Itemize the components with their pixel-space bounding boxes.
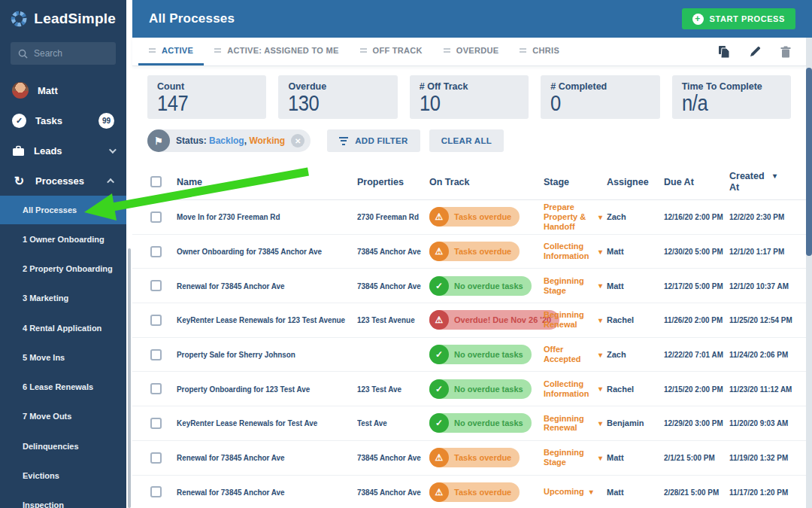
on-track-badge: ⚠Tasks overdue [429, 482, 520, 502]
cell-assignee: Rachel [607, 385, 664, 394]
cell-due-at: 12/30/20 5:00 PM [664, 247, 729, 256]
column-header-stage[interactable]: Stage [544, 177, 607, 187]
column-header-on-track[interactable]: On Track [429, 177, 544, 187]
sidebar-item-3-marketing[interactable]: 3 Marketing [0, 284, 126, 313]
cell-assignee: Zach [607, 350, 664, 359]
stage-dropdown[interactable]: Upcoming▾ [544, 487, 607, 497]
trash-icon[interactable] [780, 46, 791, 58]
sidebar-scrollbar-thumb[interactable] [128, 248, 131, 508]
sidebar-item-6-lease-renewals[interactable]: 6 Lease Renewals [0, 372, 126, 401]
logo-text: LeadSimple [34, 11, 116, 27]
property-name: 73845 Anchor Ave [357, 247, 421, 256]
stage-caret-icon: ▾ [598, 454, 602, 462]
clear-all-button[interactable]: CLEAR ALL [429, 129, 504, 152]
stage-caret-icon: ▾ [598, 316, 602, 324]
sidebar-item-7-move-outs[interactable]: 7 Move Outs [0, 402, 126, 431]
sidebar-item-label: 3 Marketing [23, 294, 68, 303]
stage-dropdown[interactable]: Beginning Renewal▾ [544, 414, 607, 433]
sidebar-item-1-owner-onboarding[interactable]: 1 Owner Onboarding [0, 224, 126, 254]
table-row[interactable]: Property Onboarding for 123 Test Ave123 … [132, 372, 806, 406]
table-header-row: NamePropertiesOn TrackStageAssigneeDue A… [132, 164, 806, 200]
column-header-assignee[interactable]: Assignee [607, 177, 664, 187]
due-at-value: 2/1/21 5:00 PM [664, 453, 715, 462]
row-checkbox[interactable] [150, 383, 162, 394]
search-input[interactable]: Search [11, 42, 116, 65]
tab-overdue[interactable]: OVERDUE [433, 38, 510, 65]
table-row[interactable]: KeyRenter Lease Renewals for Test AveTes… [132, 406, 806, 441]
main-scrollbar-thumb[interactable] [806, 68, 812, 256]
sidebar-item-processes[interactable]: ↻ Processes [0, 166, 126, 196]
row-checkbox[interactable] [150, 418, 162, 429]
table-row[interactable]: Renewal for 73845 Anchor Ave73845 Anchor… [132, 441, 806, 476]
stage-dropdown[interactable]: Offer Accepted▾ [544, 345, 607, 364]
sidebar-item-2-property-onboarding[interactable]: 2 Property Onboarding [0, 254, 126, 283]
due-at-value: 12/30/20 5:00 PM [664, 247, 723, 256]
select-all-checkbox[interactable] [150, 176, 162, 187]
row-checkbox[interactable] [150, 280, 162, 291]
sidebar-item-tasks[interactable]: ✓ Tasks 99 [0, 105, 126, 135]
on-track-label: Tasks overdue [454, 488, 511, 497]
edit-pencil-icon[interactable] [750, 46, 761, 57]
stage-dropdown[interactable]: Beginning Stage▾ [544, 448, 607, 467]
table-row[interactable]: Renewal for 73845 Anchor Ave73845 Anchor… [132, 476, 806, 508]
sidebar-item-5-move-ins[interactable]: 5 Move Ins [0, 342, 126, 372]
sidebar-item-leads[interactable]: Leads [0, 135, 126, 166]
stage-dropdown[interactable]: Beginning Renewal▾ [544, 310, 607, 330]
table-row[interactable]: KeyRenter Lease Renewals for 123 Test Av… [132, 303, 806, 338]
stage-label: Beginning Renewal [544, 414, 593, 433]
remove-filter-icon[interactable]: ✕ [291, 134, 304, 148]
copy-icon[interactable] [718, 45, 730, 58]
add-filter-button[interactable]: ADD FILTER [327, 129, 420, 152]
tab-active[interactable]: ACTIVE [138, 38, 204, 65]
column-header-label: Created At [729, 171, 770, 193]
sidebar-item-evictions[interactable]: Evictions [0, 461, 126, 490]
on-track-badge: ⚠Tasks overdue [429, 448, 520, 467]
stage-dropdown[interactable]: Prepare Property & Handoff▾ [544, 202, 607, 232]
table-row[interactable]: Owner Onboarding for 73845 Anchor Ave738… [132, 235, 806, 269]
property-name: 123 Test Ave [357, 385, 401, 394]
cell-created-at: 11/17/20 1:20 PM [729, 488, 800, 497]
stage-caret-icon: ▾ [598, 385, 602, 393]
stage-label: Prepare Property & Handoff [544, 202, 593, 232]
cell-assignee: Matt [607, 488, 664, 497]
column-header-created-at[interactable]: Created At▾ [729, 171, 800, 193]
logo[interactable]: LeadSimple [0, 0, 126, 38]
start-process-button[interactable]: + START PROCESS [682, 8, 796, 29]
column-header-name[interactable]: Name [177, 177, 357, 187]
sidebar-item-all-processes[interactable]: All Processes [0, 196, 126, 224]
leadsimple-logo-icon [11, 9, 27, 29]
column-header-due-at[interactable]: Due At [664, 177, 729, 187]
stat-label: # Completed [550, 81, 650, 92]
cell-created-at: 11/20/20 9:03 AM [729, 418, 800, 427]
filter-row: ⚑ Status: Backlog, Working ✕ ADD FILTER … [132, 119, 806, 152]
cell-name: Renewal for 73845 Anchor Ave [177, 453, 357, 462]
table-row[interactable]: Property Sale for Sherry Johnson✓No over… [132, 338, 806, 373]
row-checkbox[interactable] [150, 315, 162, 326]
column-header-properties[interactable]: Properties [357, 177, 429, 187]
stage-dropdown[interactable]: Collecting Information▾ [544, 379, 607, 399]
sidebar-item-inspection[interactable]: Inspection [0, 491, 126, 508]
tab-chris[interactable]: CHRIS [509, 38, 570, 65]
row-checkbox[interactable] [150, 211, 162, 223]
stage-dropdown[interactable]: Beginning Stage▾ [544, 276, 607, 296]
table-row[interactable]: Move In for 2730 Freeman Rd2730 Freeman … [132, 200, 806, 235]
table-row[interactable]: Renewal for 73845 Anchor Ave73845 Anchor… [132, 269, 806, 303]
stage-dropdown[interactable]: Collecting Information▾ [544, 242, 607, 261]
sidebar-item-delinquencies[interactable]: Delinquencies [0, 431, 126, 461]
sidebar-item-label: 5 Move Ins [23, 353, 65, 362]
row-checkbox[interactable] [150, 486, 162, 497]
cell-created-at: 11/24/20 2:06 PM [729, 350, 800, 359]
status-filter-chip[interactable]: ⚑ Status: Backlog, Working ✕ [147, 129, 311, 152]
sidebar-item-4-rental-application[interactable]: 4 Rental Application [0, 313, 126, 342]
cell-on-track: ✓No overdue tasks [429, 379, 544, 399]
cell-name: Renewal for 73845 Anchor Ave [177, 281, 357, 291]
tab-active-assigned-to-me[interactable]: ACTIVE: ASSIGNED TO ME [204, 38, 349, 65]
on-track-badge: ✓No overdue tasks [429, 345, 532, 364]
sidebar-item-user[interactable]: Matt [0, 75, 126, 105]
row-checkbox[interactable] [150, 349, 162, 360]
tab-off-track[interactable]: OFF TRACK [350, 38, 433, 65]
cell-due-at: 12/17/20 5:00 PM [664, 281, 729, 291]
row-checkbox[interactable] [150, 246, 162, 257]
stage-label: Beginning Stage [544, 448, 593, 467]
row-checkbox[interactable] [150, 452, 162, 464]
